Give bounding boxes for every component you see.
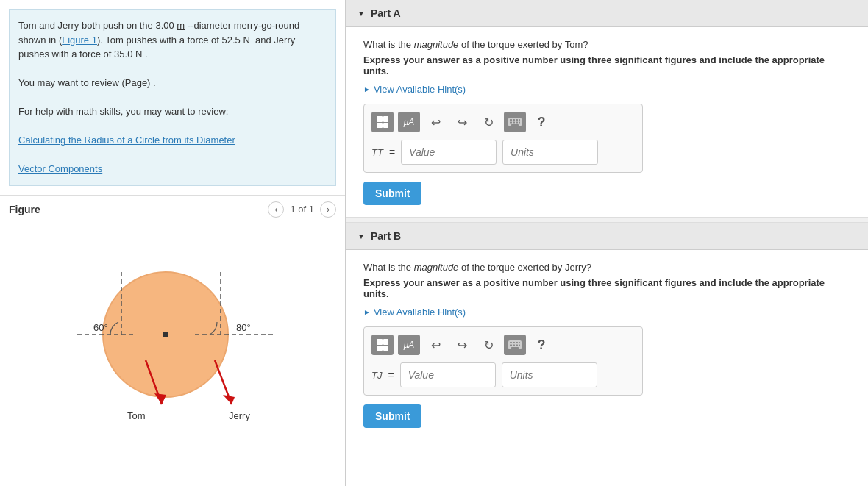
part-a-matrix-button[interactable] bbox=[371, 112, 394, 132]
part-b-question: What is the magnitude of the torque exer… bbox=[363, 262, 850, 273]
part-b-toolbar: μA ↩ ↪ ↻ bbox=[371, 335, 635, 355]
part-a-label: Part A bbox=[371, 7, 401, 19]
part-b-input-row: TJ = bbox=[371, 362, 635, 387]
part-b-hint-link[interactable]: ► View Available Hint(s) bbox=[363, 307, 850, 318]
part-a-content: What is the magnitude of the torque exer… bbox=[346, 27, 868, 217]
part-b-matrix-button[interactable] bbox=[371, 335, 394, 355]
svg-rect-25 bbox=[510, 342, 512, 343]
calc-radius-link[interactable]: Calculating the Radius of a Circle from … bbox=[18, 135, 235, 146]
part-b-content: What is the magnitude of the torque exer… bbox=[346, 250, 868, 440]
figure-prev-button[interactable]: ‹ bbox=[268, 201, 284, 218]
part-a-redo-button[interactable]: ↪ bbox=[451, 112, 473, 132]
part-a-collapse-arrow[interactable]: ▼ bbox=[357, 10, 365, 18]
part-b-units-input[interactable] bbox=[502, 362, 597, 387]
figure-header: Figure ‹ 1 of 1 › bbox=[0, 195, 345, 224]
part-b-label: Part B bbox=[371, 230, 401, 242]
part-b-answer-box: μA ↩ ↪ ↻ bbox=[363, 326, 643, 396]
matrix-icon bbox=[377, 116, 388, 128]
part-a-header: ▼ Part A bbox=[346, 0, 868, 27]
part-a-question: What is the magnitude of the torque exer… bbox=[363, 39, 850, 50]
svg-rect-20 bbox=[513, 122, 515, 124]
part-b-header: ▼ Part B bbox=[346, 223, 868, 250]
svg-rect-23 bbox=[511, 124, 519, 126]
figure-illustration: 60° 80° Tom Jerry bbox=[33, 239, 313, 430]
part-a-value-input[interactable] bbox=[401, 140, 497, 165]
part-b-submit-button[interactable]: Submit bbox=[363, 404, 421, 428]
part-b-instruction: Express your answer as a positive number… bbox=[363, 277, 850, 299]
part-a-hint-text: View Available Hint(s) bbox=[374, 84, 466, 95]
part-a-undo-button[interactable]: ↩ bbox=[424, 112, 447, 132]
svg-marker-9 bbox=[223, 395, 235, 404]
svg-text:60°: 60° bbox=[93, 322, 108, 333]
problem-line1: Tom and Jerry both push on the 3.00 m --… bbox=[18, 18, 327, 62]
problem-text-box: Tom and Jerry both push on the 3.00 m --… bbox=[9, 9, 336, 186]
part-b-keyboard-icon bbox=[508, 340, 522, 349]
right-panel: ▼ Part A What is the magnitude of the to… bbox=[346, 0, 868, 486]
part-a-reset-button[interactable]: ↻ bbox=[477, 112, 499, 132]
svg-rect-19 bbox=[510, 122, 512, 124]
part-b-reset-button[interactable]: ↻ bbox=[477, 335, 499, 355]
part-b-hint-arrow-icon: ► bbox=[363, 308, 371, 316]
part-a-answer-box: μA ↩ ↪ ↻ bbox=[363, 104, 643, 173]
svg-rect-22 bbox=[519, 122, 520, 124]
part-b-eq-label: TJ bbox=[371, 370, 382, 381]
part-b-undo-button[interactable]: ↩ bbox=[424, 335, 447, 355]
part-a-instruction: Express your answer as a positive number… bbox=[363, 54, 850, 76]
svg-text:80°: 80° bbox=[236, 322, 251, 333]
part-a-eq-label: TT bbox=[371, 147, 383, 158]
svg-rect-30 bbox=[513, 345, 515, 346]
svg-rect-31 bbox=[516, 345, 518, 346]
vector-components-link[interactable]: Vector Components bbox=[18, 163, 102, 174]
svg-text:Jerry: Jerry bbox=[229, 410, 250, 421]
svg-rect-15 bbox=[510, 119, 512, 121]
figure-svg: 60° 80° Tom Jerry bbox=[0, 224, 345, 445]
part-a-hint-link[interactable]: ► View Available Hint(s) bbox=[363, 84, 850, 95]
part-b-help-button[interactable]: ? bbox=[530, 335, 552, 355]
svg-rect-18 bbox=[519, 119, 520, 121]
part-b-mu-button[interactable]: μA bbox=[398, 335, 420, 355]
part-b-eq-sign: = bbox=[388, 369, 394, 381]
svg-rect-32 bbox=[519, 345, 520, 346]
part-a-toolbar: μA ↩ ↪ ↻ bbox=[371, 112, 635, 132]
part-a-units-input[interactable] bbox=[502, 140, 598, 165]
part-b-section: ▼ Part B What is the magnitude of the to… bbox=[346, 223, 868, 440]
svg-rect-33 bbox=[511, 347, 519, 349]
svg-rect-17 bbox=[516, 119, 518, 121]
svg-rect-16 bbox=[513, 119, 515, 121]
svg-text:Tom: Tom bbox=[127, 410, 146, 421]
part-a-eq-sign: = bbox=[389, 146, 395, 158]
figure-nav: ‹ 1 of 1 › bbox=[268, 201, 336, 218]
svg-rect-26 bbox=[513, 342, 515, 343]
figure-link[interactable]: Figure 1 bbox=[62, 35, 97, 46]
svg-point-1 bbox=[163, 332, 168, 337]
figure-section: Figure ‹ 1 of 1 › bbox=[0, 195, 345, 487]
part-a-help-button[interactable]: ? bbox=[530, 112, 552, 132]
keyboard-icon bbox=[508, 118, 522, 126]
svg-rect-28 bbox=[519, 342, 520, 343]
part-b-keyboard-button[interactable] bbox=[504, 335, 526, 355]
part-b-redo-button[interactable]: ↪ bbox=[451, 335, 473, 355]
part-a-hint-arrow-icon: ► bbox=[363, 85, 371, 93]
part-a-input-row: TT = bbox=[371, 140, 635, 165]
left-panel: Tom and Jerry both push on the 3.00 m --… bbox=[0, 0, 346, 486]
part-b-matrix-icon bbox=[377, 339, 388, 351]
part-a-section: ▼ Part A What is the magnitude of the to… bbox=[346, 0, 868, 217]
part-b-hint-text: View Available Hint(s) bbox=[374, 307, 466, 318]
part-divider bbox=[346, 217, 868, 223]
part-a-submit-button[interactable]: Submit bbox=[363, 182, 421, 205]
figure-title: Figure bbox=[9, 204, 40, 215]
part-a-keyboard-button[interactable] bbox=[504, 112, 526, 132]
help-text: For help with math skills, you may want … bbox=[18, 104, 327, 119]
figure-pagination: 1 of 1 bbox=[290, 204, 314, 215]
figure-next-button[interactable]: › bbox=[320, 201, 336, 218]
part-b-collapse-arrow[interactable]: ▼ bbox=[357, 232, 365, 240]
figure-canvas: 60° 80° Tom Jerry bbox=[0, 224, 345, 487]
svg-rect-27 bbox=[516, 342, 518, 343]
part-b-value-input[interactable] bbox=[400, 362, 496, 387]
svg-rect-21 bbox=[516, 122, 518, 124]
part-a-mu-button[interactable]: μA bbox=[398, 112, 420, 132]
svg-rect-29 bbox=[510, 345, 512, 346]
review-text: You may want to review (Page) . bbox=[18, 76, 327, 90]
